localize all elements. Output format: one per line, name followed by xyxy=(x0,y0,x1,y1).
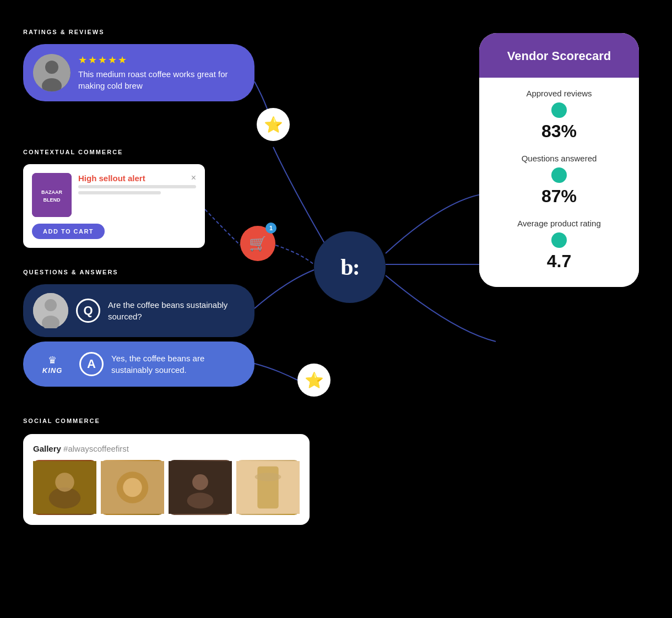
cart-emoji: 🛒 xyxy=(249,235,267,252)
label-ratings: RATINGS & REVIEWS xyxy=(23,29,104,35)
brand-name: KING xyxy=(42,366,63,375)
metric-questions-answered: Questions answered 87% xyxy=(492,154,626,207)
vendor-scorecard: Vendor Scorecard Approved reviews 83% Qu… xyxy=(479,33,639,287)
gallery-header: Gallery #alwayscoffeefirst xyxy=(33,444,300,453)
svg-text:BAZAAR: BAZAAR xyxy=(41,189,62,195)
gallery-image-3 xyxy=(169,460,232,515)
qa-answer-card: ♛ KING A Yes, the coffee beans are susta… xyxy=(23,341,254,387)
commerce-info: High sellout alert × xyxy=(78,173,196,197)
star-icon-top: ⭐ xyxy=(257,108,290,141)
star-emoji-bottom: ⭐ xyxy=(305,371,324,389)
bazaarvoice-icon: b: xyxy=(314,231,386,303)
scene: RATINGS & REVIEWS ★★★★★ This medium roas… xyxy=(0,0,672,618)
qa-question-card: Q Are the coffee beans sustainably sourc… xyxy=(23,284,254,337)
svg-point-14 xyxy=(123,478,142,497)
gallery-image-1 xyxy=(33,460,96,515)
crown-icon: ♛ xyxy=(48,354,57,366)
gallery-hashtag: #alwayscoffeefirst xyxy=(63,444,129,453)
metric-questions-dot xyxy=(551,167,567,183)
product-image: BAZAAR BLEND xyxy=(32,173,72,217)
cart-icon: 🛒 1 xyxy=(240,226,275,261)
answer-text: Yes, the coffee beans are sustainably so… xyxy=(111,353,241,376)
add-to-cart-button[interactable]: ADD TO CART xyxy=(32,224,105,239)
bazaarvoice-logo: b: xyxy=(340,254,359,280)
metric-rating-dot xyxy=(551,232,567,248)
svg-point-16 xyxy=(192,474,208,490)
label-qa: QUESTIONS & ANSWERS xyxy=(23,269,118,275)
metric-questions-label: Questions answered xyxy=(492,154,626,163)
review-content: ★★★★★ This medium roast coffee works gre… xyxy=(78,54,241,91)
metric-approved-label: Approved reviews xyxy=(492,89,626,98)
brand-logo: ♛ KING xyxy=(33,350,72,378)
svg-rect-3 xyxy=(32,173,72,217)
metric-questions-value: 87% xyxy=(492,186,626,207)
metric-approved-value: 83% xyxy=(492,121,626,142)
line-1 xyxy=(78,185,196,188)
metric-rating-label: Average product rating xyxy=(492,219,626,228)
label-social: SOCIAL COMMERCE xyxy=(23,418,100,424)
qa-user-avatar xyxy=(33,293,68,328)
svg-point-17 xyxy=(187,493,214,509)
star-rating: ★★★★★ xyxy=(78,54,241,66)
commerce-lines xyxy=(78,185,196,194)
svg-point-11 xyxy=(55,473,74,492)
metric-rating-value: 4.7 xyxy=(492,251,626,272)
svg-point-7 xyxy=(45,299,57,311)
gallery-image-4 xyxy=(236,460,300,515)
gallery-grid xyxy=(33,460,300,515)
scorecard-header: Vendor Scorecard xyxy=(479,33,639,78)
scorecard-body: Approved reviews 83% Questions answered … xyxy=(479,78,639,287)
svg-point-1 xyxy=(45,61,58,74)
cart-badge: 1 xyxy=(265,223,277,234)
label-commerce: CONTEXTUAL COMMERCE xyxy=(23,149,123,155)
svg-point-20 xyxy=(255,473,281,481)
review-avatar xyxy=(33,54,71,91)
svg-text:BLEND: BLEND xyxy=(44,197,61,203)
review-card: ★★★★★ This medium roast coffee works gre… xyxy=(23,44,254,101)
metric-approved-dot xyxy=(551,102,567,118)
alert-row: High sellout alert × xyxy=(78,173,196,183)
q-indicator: Q xyxy=(76,299,100,323)
gallery-image-2 xyxy=(101,460,164,515)
social-card: Gallery #alwayscoffeefirst xyxy=(23,434,310,525)
close-button[interactable]: × xyxy=(191,173,196,183)
commerce-top: BAZAAR BLEND High sellout alert × xyxy=(32,173,196,217)
question-text: Are the coffee beans sustainably sourced… xyxy=(108,299,241,322)
commerce-card: BAZAAR BLEND High sellout alert × ADD TO… xyxy=(23,164,205,248)
a-indicator: A xyxy=(79,352,104,376)
line-2 xyxy=(78,191,161,194)
star-emoji-top: ⭐ xyxy=(264,116,283,134)
metric-avg-rating: Average product rating 4.7 xyxy=(492,219,626,272)
alert-text: High sellout alert xyxy=(78,174,145,183)
star-icon-bottom: ⭐ xyxy=(297,364,330,397)
metric-approved-reviews: Approved reviews 83% xyxy=(492,89,626,142)
gallery-label: Gallery xyxy=(33,444,61,453)
review-text: This medium roast coffee works great for… xyxy=(78,68,241,91)
